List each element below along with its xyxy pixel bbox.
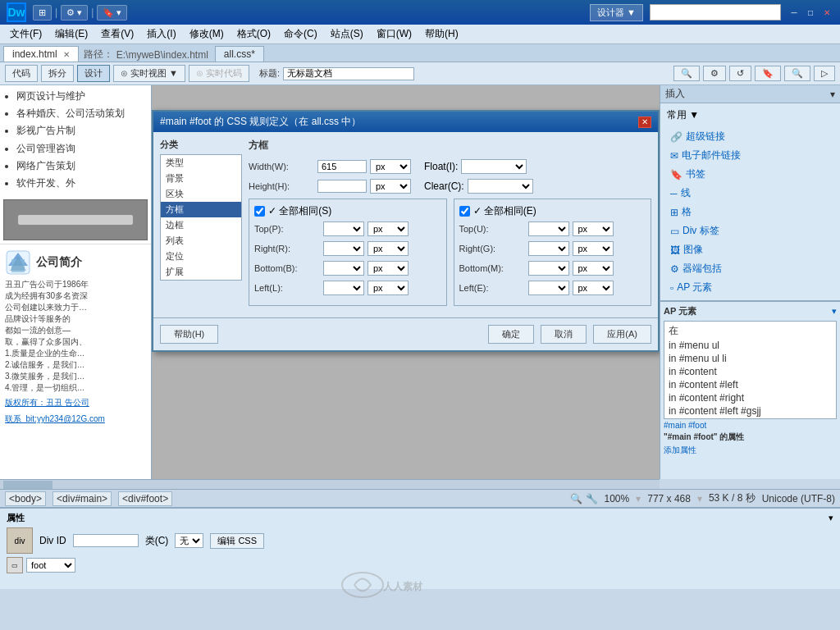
menu-window[interactable]: 窗口(W) [370, 25, 418, 43]
padding-all-same-checkbox[interactable] [254, 206, 265, 217]
edit-css-btn[interactable]: 编辑 CSS [210, 533, 264, 549]
layout-btn[interactable]: ⊞ [33, 5, 52, 21]
code-view-btn[interactable]: 代码 [5, 65, 38, 82]
props-expand-icon[interactable]: ▾ [829, 513, 833, 523]
menu-file[interactable]: 文件(F) [3, 25, 48, 43]
title-input[interactable] [283, 67, 414, 80]
cat-position[interactable]: 定位 [161, 249, 241, 264]
insert-expand-icon[interactable]: ▾ [830, 89, 835, 100]
toolbar-extra-2[interactable]: ⚙ [703, 66, 726, 81]
cat-border[interactable]: 边框 [161, 217, 241, 233]
margin-left-input[interactable] [528, 281, 569, 295]
design-view-btn[interactable]: 设计 [77, 65, 110, 82]
cat-expand[interactable]: 扩展 [161, 264, 241, 280]
horizontal-scrollbar[interactable] [0, 479, 660, 489]
apply-btn[interactable]: 应用(A) [593, 325, 651, 344]
ap-item-2[interactable]: in #menu ul [666, 339, 834, 352]
margin-left-unit[interactable]: px [573, 281, 614, 295]
menu-command[interactable]: 命令(C) [277, 25, 324, 43]
margin-right-unit[interactable]: px [573, 241, 614, 256]
designer-dropdown[interactable]: 设计器 ▼ [590, 4, 643, 21]
toolbar-extra-1[interactable]: 🔍 [673, 66, 700, 81]
cat-box[interactable]: 方框 [161, 202, 241, 217]
path-main[interactable]: <div#main> [52, 491, 112, 506]
ap-item-6[interactable]: in #content #right [666, 391, 834, 404]
insert-image[interactable]: 🖼 图像 [664, 240, 837, 259]
toolbar-extra-6[interactable]: ▷ [814, 66, 835, 81]
padding-right-input[interactable] [323, 241, 364, 256]
bookmark-btn[interactable]: 🔖 ▾ [97, 5, 127, 21]
insert-ap-element[interactable]: ▫ AP 元素 [664, 278, 837, 297]
ap-add-attr[interactable]: 添加属性 [664, 445, 837, 456]
realtime-code-btn[interactable]: ⊙ 实时代码 [189, 65, 249, 82]
ap-item-8[interactable]: in #content #right ul [666, 418, 834, 419]
padding-bottom-input[interactable] [323, 261, 364, 276]
padding-left-input[interactable] [323, 281, 364, 295]
cat-type[interactable]: 类型 [161, 155, 241, 171]
cat-bg[interactable]: 背景 [161, 171, 241, 186]
height-input[interactable] [317, 180, 367, 193]
tab-index-html[interactable]: index.html ✕ [3, 46, 79, 62]
margin-right-input[interactable] [528, 241, 569, 256]
height-unit-select[interactable]: px [370, 179, 411, 194]
padding-right-unit[interactable]: px [368, 241, 409, 256]
restore-btn[interactable]: □ [804, 7, 817, 18]
settings-btn[interactable]: ⚙ ▾ [61, 5, 88, 21]
path-body[interactable]: <body> [5, 491, 46, 506]
class-select[interactable]: 无 [175, 533, 203, 548]
foot-id-select[interactable]: foot [26, 558, 75, 573]
ok-btn[interactable]: 确定 [488, 325, 534, 344]
menu-format[interactable]: 格式(O) [231, 25, 277, 43]
menu-modify[interactable]: 修改(M) [183, 25, 231, 43]
insert-div[interactable]: ▭ Div 标签 [664, 221, 837, 240]
insert-bookmark[interactable]: 🔖 书签 [664, 165, 837, 184]
float-select[interactable] [461, 159, 527, 174]
company-footer-contact[interactable]: 联系_bit:yyh234@12G.com [5, 413, 146, 425]
split-view-btn[interactable]: 拆分 [41, 65, 74, 82]
menu-help[interactable]: 帮助(H) [418, 25, 465, 43]
margin-bottom-input[interactable] [528, 261, 569, 276]
cat-list[interactable]: 列表 [161, 233, 241, 249]
insert-server-include[interactable]: ⚙ 器端包括 [664, 259, 837, 278]
company-footer-copyright[interactable]: 版权所有：丑丑 告公司 [5, 397, 146, 409]
margin-all-same-checkbox[interactable] [459, 206, 470, 217]
css-dialog-close-btn[interactable]: ✕ [638, 116, 651, 128]
insert-hyperlink[interactable]: 🔗 超级链接 [664, 127, 837, 146]
tab-close-index[interactable]: ✕ [63, 50, 70, 59]
width-input[interactable] [317, 160, 367, 173]
margin-bottom-unit[interactable]: px [573, 261, 614, 276]
path-foot[interactable]: <div#foot> [118, 491, 172, 506]
insert-line[interactable]: ─ 线 [664, 184, 837, 203]
clear-select[interactable] [468, 179, 533, 194]
scrollbar-thumb-h[interactable] [3, 481, 52, 489]
ap-item-1[interactable]: 在 [666, 323, 834, 339]
search-input[interactable] [650, 4, 781, 21]
tab-all-css[interactable]: all.css* [215, 46, 264, 62]
realtime-view-btn[interactable]: ⊙ 实时视图 ▼ [113, 65, 185, 82]
padding-top-unit[interactable]: px [368, 221, 409, 236]
menu-site[interactable]: 站点(S) [324, 25, 370, 43]
ap-item-3[interactable]: in #menu ul li [666, 352, 834, 365]
margin-top-input[interactable] [528, 221, 569, 236]
insert-email-link[interactable]: ✉ 电子邮件链接 [664, 146, 837, 165]
padding-left-unit[interactable]: px [368, 281, 409, 295]
cat-block[interactable]: 区块 [161, 186, 241, 202]
ap-item-5[interactable]: in #content #left [666, 378, 834, 391]
margin-top-unit[interactable]: px [573, 221, 614, 236]
help-btn[interactable]: 帮助(H) [160, 325, 218, 344]
menu-edit[interactable]: 编辑(E) [48, 25, 94, 43]
cancel-btn[interactable]: 取消 [541, 325, 587, 344]
div-id-input[interactable] [73, 534, 139, 547]
menu-view[interactable]: 查看(V) [94, 25, 140, 43]
close-btn[interactable]: ✕ [820, 7, 833, 18]
ap-panel-expand[interactable]: ▾ [832, 306, 837, 317]
toolbar-extra-3[interactable]: ↺ [729, 66, 751, 81]
ap-item-4[interactable]: in #content [666, 365, 834, 378]
toolbar-extra-5[interactable]: 🔍 [784, 66, 810, 81]
width-unit-select[interactable]: px [370, 159, 411, 174]
toolbar-extra-4[interactable]: 🔖 [755, 66, 781, 81]
menu-insert[interactable]: 插入(I) [140, 25, 182, 43]
ap-item-7[interactable]: in #content #left #gsjj [666, 404, 834, 418]
minimize-btn[interactable]: ─ [788, 7, 801, 18]
padding-top-input[interactable] [323, 221, 364, 236]
